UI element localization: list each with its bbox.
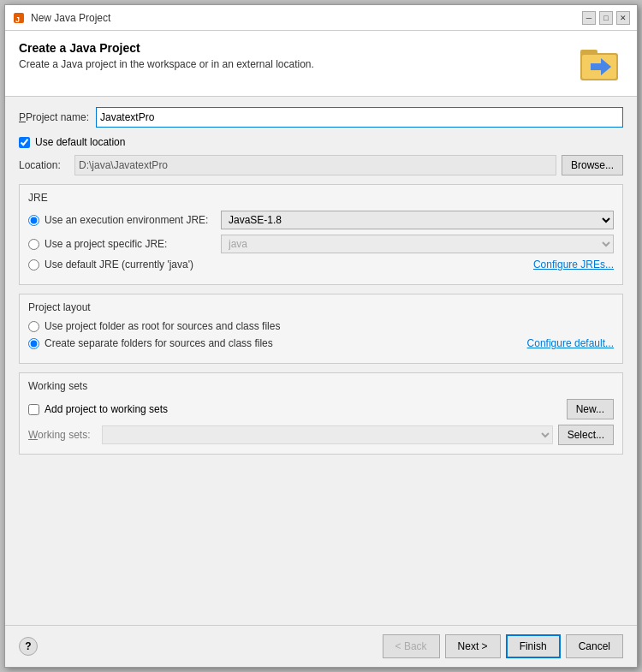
back-button[interactable]: < Back — [383, 634, 440, 658]
jre-option1-label: Use an execution environment JRE: — [45, 214, 216, 226]
project-name-row: PProject name: — [19, 107, 623, 128]
header-icon — [579, 41, 623, 86]
use-default-location-label: Use default location — [35, 136, 125, 148]
title-bar-left: J New Java Project — [12, 11, 110, 25]
add-to-working-sets-checkbox[interactable] — [28, 404, 39, 415]
jre-option1-row: Use an execution environment JRE: JavaSE… — [28, 211, 614, 229]
dialog-body: PProject name: Use default location Loca… — [5, 97, 637, 625]
use-default-location-checkbox[interactable] — [19, 137, 30, 148]
title-bar-controls: ─ □ ✕ — [582, 11, 630, 25]
layout-option1-row: Use project folder as root for sources a… — [28, 320, 614, 332]
folder-java-icon — [579, 41, 623, 86]
working-sets-title: Working sets — [28, 380, 614, 392]
layout-option1-label: Use project folder as root for sources a… — [45, 320, 614, 332]
jre-environment-select[interactable]: JavaSE-1.8 — [221, 211, 614, 229]
new-working-set-button[interactable]: New... — [567, 399, 614, 419]
jre-section: JRE Use an execution environment JRE: Ja… — [19, 184, 623, 285]
layout-option2-radio[interactable] — [28, 338, 39, 349]
dialog-window: J New Java Project ─ □ ✕ Create a Java P… — [4, 4, 638, 668]
layout-option2-row: Create separate folders for sources and … — [28, 337, 614, 349]
dialog-header-text: Create a Java Project Create a Java proj… — [19, 41, 314, 70]
project-layout-title: Project layout — [28, 301, 614, 313]
java-icon: J — [12, 11, 26, 25]
working-sets-section: Working sets Add project to working sets… — [19, 372, 623, 455]
working-sets-input-row: Working sets: Select... — [28, 425, 614, 445]
project-layout-section: Project layout Use project folder as roo… — [19, 294, 623, 364]
jre-section-title: JRE — [28, 192, 614, 204]
location-label: Location: — [19, 159, 74, 171]
configure-default-link[interactable]: Configure default... — [527, 337, 614, 349]
location-input[interactable] — [74, 155, 556, 175]
dialog-title: New Java Project — [31, 12, 110, 24]
svg-text:J: J — [15, 15, 20, 24]
location-row: Location: Browse... — [19, 155, 623, 175]
jre-option1-right: JavaSE-1.8 — [221, 211, 614, 229]
layout-option1-radio[interactable] — [28, 321, 39, 332]
footer-right: < Back Next > Finish Cancel — [383, 634, 623, 658]
help-button[interactable]: ? — [19, 637, 38, 656]
dialog-header: Create a Java Project Create a Java proj… — [5, 31, 637, 97]
working-sets-select[interactable] — [102, 425, 553, 444]
jre-option3-label: Use default JRE (currently 'java') — [45, 259, 528, 271]
add-to-working-sets-label: Add project to working sets — [45, 403, 562, 415]
jre-option3-radio[interactable] — [28, 259, 39, 271]
configure-jres-link[interactable]: Configure JREs... — [533, 259, 614, 271]
dialog-title-main: Create a Java Project — [19, 41, 314, 55]
jre-option2-right: java — [221, 235, 614, 253]
project-name-label: PProject name: — [19, 111, 96, 123]
minimize-button[interactable]: ─ — [582, 11, 596, 25]
select-working-set-button[interactable]: Select... — [558, 425, 614, 445]
layout-option2-label: Create separate folders for sources and … — [45, 337, 522, 349]
browse-button[interactable]: Browse... — [562, 155, 623, 175]
project-name-input[interactable] — [96, 107, 623, 128]
jre-option3-row: Use default JRE (currently 'java') Confi… — [28, 259, 614, 271]
dialog-footer: ? < Back Next > Finish Cancel — [5, 625, 637, 667]
use-default-location-row: Use default location — [19, 136, 623, 148]
working-sets-checkbox-row: Add project to working sets New... — [28, 399, 614, 419]
maximize-button[interactable]: □ — [599, 11, 613, 25]
jre-option2-row: Use a project specific JRE: java — [28, 235, 614, 253]
jre-option2-label: Use a project specific JRE: — [45, 238, 216, 250]
close-button[interactable]: ✕ — [616, 11, 630, 25]
jre-option2-radio[interactable] — [28, 239, 39, 250]
title-bar: J New Java Project ─ □ ✕ — [5, 5, 637, 31]
finish-button[interactable]: Finish — [506, 634, 561, 658]
cancel-button[interactable]: Cancel — [566, 634, 623, 658]
dialog-subtitle: Create a Java project in the workspace o… — [19, 58, 314, 70]
footer-left: ? — [19, 637, 38, 656]
next-button[interactable]: Next > — [445, 634, 501, 658]
working-sets-label: Working sets: — [28, 429, 97, 441]
jre-specific-select[interactable]: java — [221, 235, 614, 253]
jre-option1-radio[interactable] — [28, 215, 39, 226]
